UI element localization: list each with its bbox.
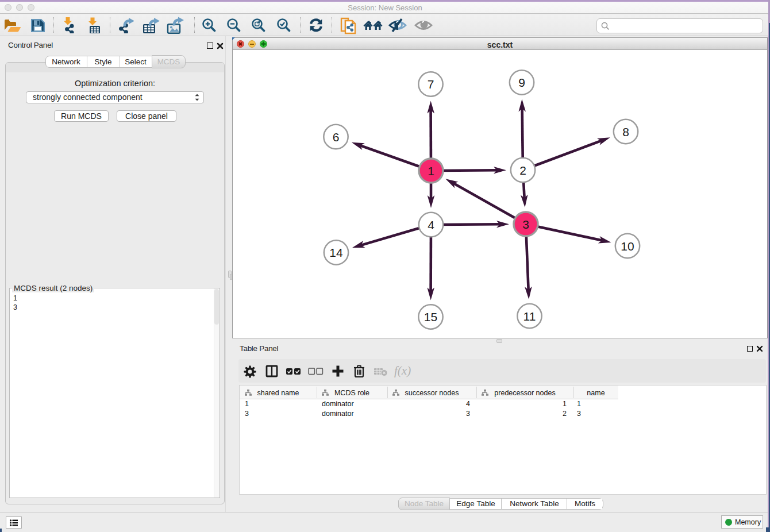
svg-text:2: 2 bbox=[519, 164, 526, 177]
svg-text:6: 6 bbox=[333, 130, 340, 144]
svg-text:7: 7 bbox=[428, 78, 434, 91]
svg-text:15: 15 bbox=[424, 310, 437, 323]
svg-text:11: 11 bbox=[523, 310, 536, 323]
svg-text:1: 1 bbox=[428, 164, 434, 178]
svg-text:4: 4 bbox=[428, 218, 434, 232]
svg-text:14: 14 bbox=[329, 246, 343, 259]
svg-text:9: 9 bbox=[518, 76, 525, 89]
svg-text:10: 10 bbox=[621, 240, 634, 253]
svg-text:3: 3 bbox=[522, 218, 529, 231]
svg-text:8: 8 bbox=[622, 125, 629, 138]
